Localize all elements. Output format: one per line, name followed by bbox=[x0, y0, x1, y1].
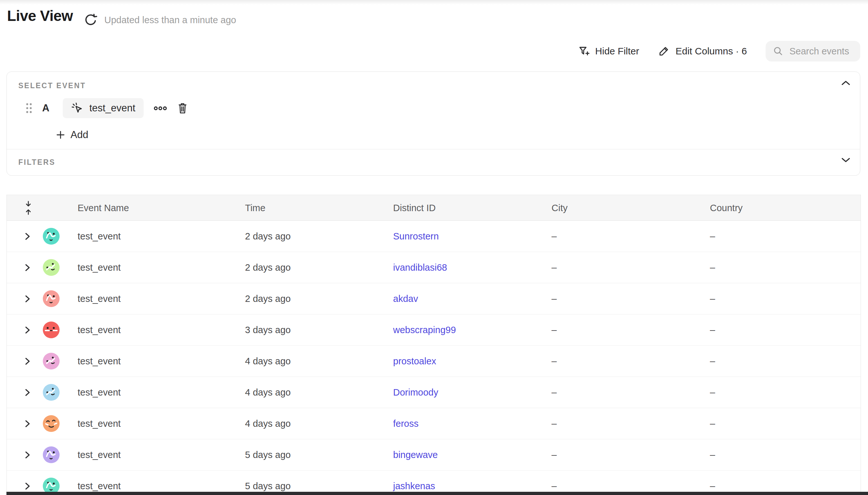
expand-row-button[interactable] bbox=[7, 451, 39, 459]
avatar bbox=[39, 384, 71, 401]
distinct-id-cell: feross bbox=[387, 419, 545, 429]
collapse-select-event-button[interactable] bbox=[841, 80, 850, 86]
country-cell: – bbox=[703, 387, 861, 398]
edit-columns-button[interactable]: Edit Columns · 6 bbox=[658, 45, 747, 57]
expand-filters-button[interactable] bbox=[841, 157, 850, 163]
table-row[interactable]: test_event4 days agoDorimoody–– bbox=[7, 377, 861, 408]
time-cell: 4 days ago bbox=[239, 356, 387, 366]
add-button-label: Add bbox=[70, 129, 88, 141]
city-cell: – bbox=[545, 293, 703, 304]
refresh-button[interactable] bbox=[84, 12, 99, 28]
city-cell: – bbox=[545, 481, 703, 492]
expand-row-button[interactable] bbox=[7, 233, 39, 240]
chevron-right-icon bbox=[25, 263, 30, 272]
country-cell: – bbox=[703, 481, 861, 492]
expand-row-button[interactable] bbox=[7, 389, 39, 396]
country-cell: – bbox=[703, 325, 861, 335]
expand-row-button[interactable] bbox=[7, 295, 39, 303]
column-header-event-name[interactable]: Event Name bbox=[71, 203, 239, 214]
event-row-letter: A bbox=[42, 102, 49, 114]
collapse-vertical-icon bbox=[24, 201, 33, 215]
column-header-time[interactable]: Time bbox=[239, 203, 387, 214]
search-icon bbox=[773, 46, 784, 57]
table-row[interactable]: test_event2 days agoivandiblasi68–– bbox=[7, 252, 861, 283]
distinct-id-cell: ivandiblasi68 bbox=[387, 262, 545, 273]
table-row[interactable]: test_event4 days agoprostoalex–– bbox=[7, 346, 861, 377]
search-input[interactable] bbox=[789, 46, 857, 57]
event-selector-chip[interactable]: test_event bbox=[63, 98, 143, 118]
table-row[interactable]: test_event4 days agofeross–– bbox=[7, 408, 861, 439]
chevron-right-icon bbox=[25, 451, 30, 459]
page-title: Live View bbox=[7, 7, 73, 24]
event-name-cell: test_event bbox=[71, 387, 239, 398]
time-cell: 2 days ago bbox=[239, 231, 387, 242]
table-row[interactable]: test_event5 days agobingewave–– bbox=[7, 439, 861, 471]
event-name-cell: test_event bbox=[71, 450, 239, 460]
distinct-id-cell: webscraping99 bbox=[387, 325, 545, 335]
time-cell: 3 days ago bbox=[239, 325, 387, 335]
expand-row-button[interactable] bbox=[7, 357, 39, 365]
drag-handle-icon[interactable] bbox=[25, 103, 33, 114]
time-cell: 2 days ago bbox=[239, 262, 387, 273]
column-header-city[interactable]: City bbox=[545, 203, 703, 214]
city-cell: – bbox=[545, 419, 703, 429]
trash-icon bbox=[177, 102, 188, 115]
collapse-all-rows-button[interactable] bbox=[7, 195, 39, 221]
events-table: Event Name Time Distinct ID City Country… bbox=[6, 195, 861, 495]
chevron-right-icon bbox=[25, 295, 30, 303]
event-name-cell: test_event bbox=[71, 481, 239, 492]
distinct-id-link[interactable]: jashkenas bbox=[393, 481, 435, 491]
event-name-cell: test_event bbox=[71, 325, 239, 335]
expand-row-button[interactable] bbox=[7, 482, 39, 490]
event-name-cell: test_event bbox=[71, 293, 239, 304]
time-cell: 2 days ago bbox=[239, 293, 387, 304]
time-cell: 4 days ago bbox=[239, 387, 387, 398]
table-row[interactable]: test_event2 days agoSunrostern–– bbox=[7, 221, 861, 252]
expand-row-button[interactable] bbox=[7, 420, 39, 428]
table-body: test_event2 days agoSunrostern––test_eve… bbox=[7, 221, 861, 495]
more-options-button[interactable] bbox=[154, 106, 167, 111]
more-options-icon bbox=[154, 106, 167, 111]
delete-event-button[interactable] bbox=[177, 102, 188, 115]
distinct-id-cell: Dorimoody bbox=[387, 387, 545, 398]
expand-row-button[interactable] bbox=[7, 263, 39, 272]
table-row[interactable]: test_event2 days agoakdav–– bbox=[7, 283, 861, 314]
distinct-id-link[interactable]: bingewave bbox=[393, 450, 438, 460]
select-event-section: SELECT EVENT A bbox=[7, 72, 860, 149]
filters-section: FILTERS bbox=[7, 149, 860, 175]
city-cell: – bbox=[545, 387, 703, 398]
hide-filter-button[interactable]: Hide Filter bbox=[578, 45, 640, 57]
distinct-id-link[interactable]: prostoalex bbox=[393, 356, 436, 366]
country-cell: – bbox=[703, 419, 861, 429]
window-top-edge bbox=[0, 0, 868, 4]
distinct-id-link[interactable]: Sunrostern bbox=[393, 231, 439, 241]
distinct-id-link[interactable]: akdav bbox=[393, 293, 418, 304]
time-cell: 5 days ago bbox=[239, 450, 387, 460]
chevron-right-icon bbox=[25, 420, 30, 428]
table-row[interactable]: test_event3 days agowebscraping99–– bbox=[7, 314, 861, 346]
chevron-right-icon bbox=[25, 357, 30, 365]
filter-plus-icon bbox=[578, 45, 590, 57]
search-box[interactable] bbox=[766, 41, 860, 62]
hide-filter-label: Hide Filter bbox=[595, 46, 640, 57]
avatar bbox=[39, 290, 71, 307]
updated-status: Updated less than a minute ago bbox=[104, 15, 236, 25]
add-event-button[interactable]: Add bbox=[56, 129, 88, 141]
city-cell: – bbox=[545, 231, 703, 242]
distinct-id-cell: akdav bbox=[387, 293, 545, 304]
distinct-id-link[interactable]: Dorimoody bbox=[393, 387, 438, 397]
horizontal-scrollbar[interactable] bbox=[6, 492, 868, 495]
country-cell: – bbox=[703, 293, 861, 304]
distinct-id-link[interactable]: webscraping99 bbox=[393, 325, 456, 335]
column-header-country[interactable]: Country bbox=[703, 203, 861, 214]
city-cell: – bbox=[545, 262, 703, 273]
expand-row-button[interactable] bbox=[7, 326, 39, 334]
distinct-id-link[interactable]: feross bbox=[393, 419, 419, 429]
country-cell: – bbox=[703, 262, 861, 273]
table-row[interactable]: test_event5 days agojashkenas–– bbox=[7, 471, 861, 495]
distinct-id-link[interactable]: ivandiblasi68 bbox=[393, 262, 447, 273]
column-header-distinct-id[interactable]: Distinct ID bbox=[387, 203, 545, 214]
select-event-label: SELECT EVENT bbox=[18, 82, 848, 90]
event-click-icon bbox=[71, 102, 83, 114]
avatar bbox=[39, 353, 71, 370]
